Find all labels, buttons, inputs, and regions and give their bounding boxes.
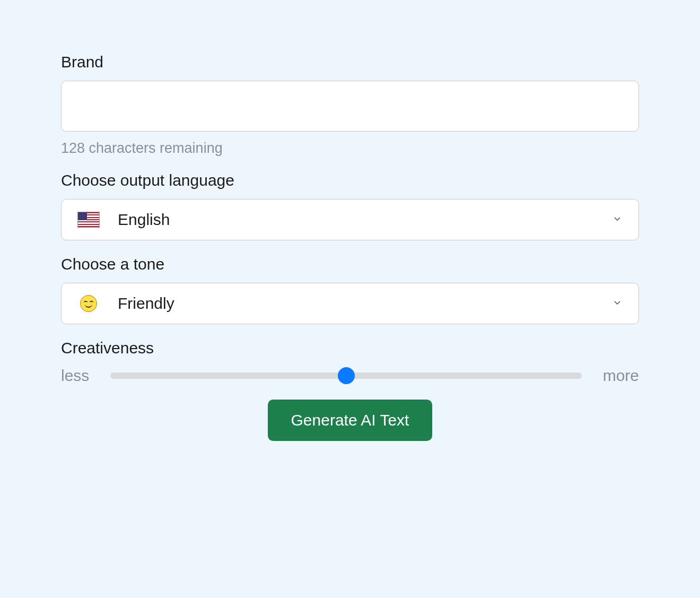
language-select[interactable]: English xyxy=(61,199,639,240)
tone-selected-text: Friendly xyxy=(118,294,612,313)
generate-button[interactable]: Generate AI Text xyxy=(268,400,433,441)
tone-field-group: Choose a tone Friendly xyxy=(61,255,639,324)
smile-icon xyxy=(77,295,100,312)
chevron-down-icon xyxy=(612,297,623,310)
creativeness-label: Creativeness xyxy=(61,339,639,357)
chevron-down-icon xyxy=(612,213,623,226)
brand-helper-text: 128 characters remaining xyxy=(61,140,639,157)
tone-label: Choose a tone xyxy=(61,255,639,273)
tone-select[interactable]: Friendly xyxy=(61,283,639,324)
slider-min-label: less xyxy=(61,367,89,385)
language-field-group: Choose output language English xyxy=(61,171,639,240)
brand-label: Brand xyxy=(61,53,639,71)
creativeness-field-group: Creativeness less more xyxy=(61,339,639,385)
brand-field-group: Brand 128 characters remaining xyxy=(61,53,639,157)
slider-thumb[interactable] xyxy=(338,367,355,384)
language-selected-text: English xyxy=(118,211,612,229)
submit-row: Generate AI Text xyxy=(61,400,639,441)
brand-input[interactable] xyxy=(61,81,639,132)
flag-us-icon xyxy=(77,211,100,228)
creativeness-slider-row: less more xyxy=(61,367,639,385)
slider-max-label: more xyxy=(603,367,639,385)
creativeness-slider[interactable] xyxy=(110,372,581,379)
language-label: Choose output language xyxy=(61,171,639,189)
